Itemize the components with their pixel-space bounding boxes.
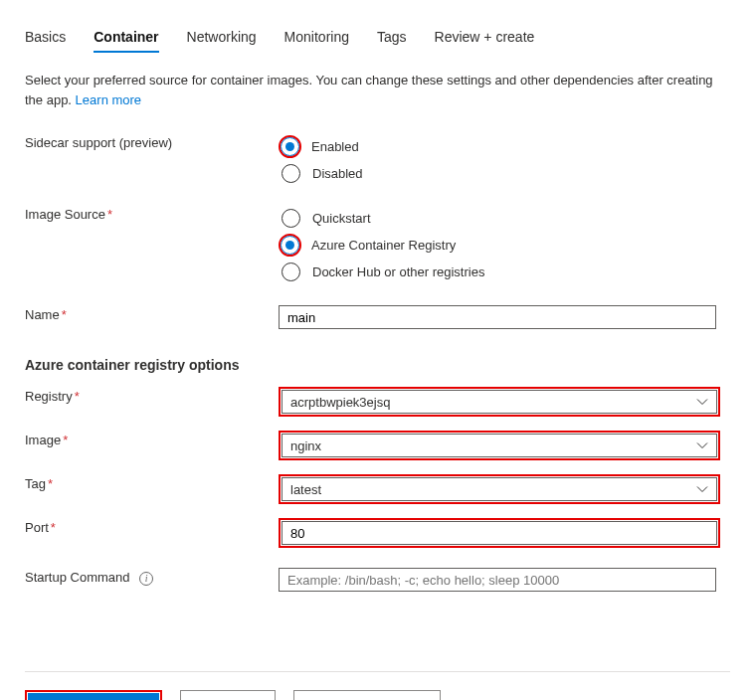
registry-label: Registry*	[25, 387, 279, 404]
tag-value: latest	[290, 482, 321, 497]
tab-container[interactable]: Container	[94, 25, 158, 53]
chevron-down-icon	[696, 396, 708, 408]
sidecar-enabled-radio[interactable]	[281, 137, 299, 156]
tab-monitoring[interactable]: Monitoring	[284, 25, 349, 53]
image-label: Image*	[25, 431, 279, 447]
sidecar-disabled-radio[interactable]	[282, 164, 300, 183]
footer-bar: Review + create < Previous Next : Networ…	[25, 671, 730, 700]
image-source-acr-label: Azure Container Registry	[311, 238, 456, 253]
next-button[interactable]: Next : Networking >	[293, 690, 441, 700]
port-input[interactable]	[282, 521, 717, 545]
image-source-quickstart-label: Quickstart	[312, 211, 371, 226]
image-source-docker-label: Docker Hub or other registries	[312, 264, 484, 279]
image-source-acr-radio[interactable]	[281, 236, 299, 255]
tab-bar: Basics Container Networking Monitoring T…	[25, 25, 730, 53]
image-value: nginx	[290, 438, 321, 453]
registry-value: acrptbwpiek3ejsq	[290, 395, 390, 410]
sidecar-label: Sidecar support (preview)	[25, 133, 279, 150]
tag-label: Tag*	[25, 474, 279, 491]
image-select[interactable]: nginx	[282, 434, 717, 457]
highlight	[279, 135, 301, 158]
startup-label: Startup Command i	[25, 568, 279, 586]
tab-tags[interactable]: Tags	[377, 25, 407, 53]
startup-input[interactable]	[279, 568, 716, 592]
tab-description: Select your preferred source for contain…	[25, 71, 730, 109]
tab-networking[interactable]: Networking	[187, 25, 257, 53]
tab-review[interactable]: Review + create	[435, 25, 535, 53]
sidecar-enabled-label: Enabled	[311, 139, 359, 154]
learn-more-link[interactable]: Learn more	[76, 92, 141, 107]
name-input[interactable]	[279, 305, 716, 329]
name-label: Name*	[25, 305, 279, 322]
review-create-button[interactable]: Review + create	[28, 693, 159, 700]
highlight: Review + create	[25, 690, 162, 700]
chevron-down-icon	[696, 483, 708, 495]
port-label: Port*	[25, 518, 279, 535]
image-source-docker-radio[interactable]	[282, 262, 300, 281]
info-icon[interactable]: i	[139, 572, 153, 586]
tab-basics[interactable]: Basics	[25, 25, 66, 53]
tag-select[interactable]: latest	[282, 477, 717, 501]
acr-options-heading: Azure container registry options	[25, 357, 730, 373]
previous-button[interactable]: < Previous	[180, 690, 276, 700]
chevron-down-icon	[696, 439, 708, 451]
sidecar-disabled-label: Disabled	[312, 166, 363, 181]
registry-select[interactable]: acrptbwpiek3ejsq	[282, 390, 717, 414]
highlight	[279, 234, 301, 257]
image-source-quickstart-radio[interactable]	[282, 209, 300, 228]
image-source-label: Image Source*	[25, 205, 279, 222]
